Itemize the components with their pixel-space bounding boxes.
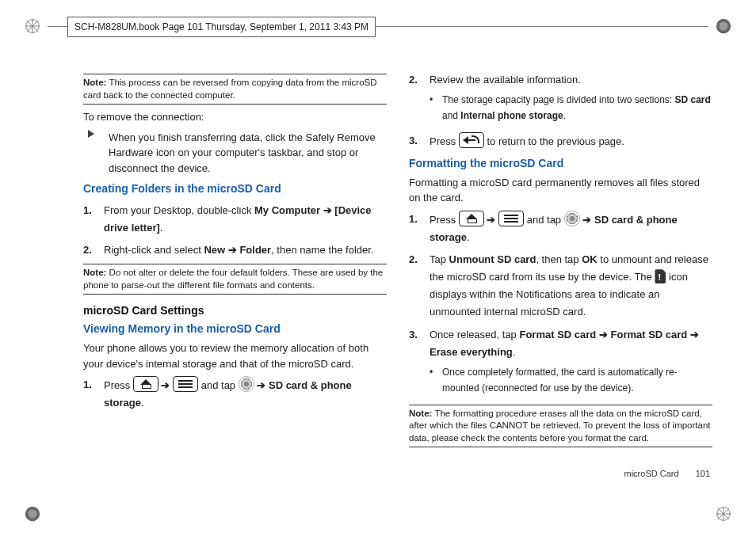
heading-creating-folders: Creating Folders in the microSD Card: [83, 181, 387, 197]
svg-point-6: [720, 22, 728, 31]
divider: [83, 294, 387, 295]
page-content: Note: This process can be reversed from …: [83, 71, 712, 485]
footer-section: microSD Card: [624, 469, 679, 478]
page-footer: microSD Card 101: [624, 467, 711, 481]
step-2-formatting: 2. Tap Unmount SD card, then tap OK to u…: [409, 251, 712, 321]
step-2-creating: 2. Right-click and select New ➔ Folder, …: [83, 241, 387, 259]
menu-key-icon: [173, 376, 198, 392]
step-2-viewing: 2. Review the available information. • T…: [409, 71, 712, 127]
svg-point-8: [29, 510, 37, 519]
corner-ornament-br: [715, 505, 732, 523]
corner-ornament-bl: [24, 505, 41, 523]
formatting-paragraph: Formatting a microSD card permanently re…: [409, 175, 712, 206]
step-3-viewing: 3. Press to return to the previous page.: [409, 132, 712, 150]
divider: [83, 104, 387, 105]
remove-connection-step: When you finish transferring data, click…: [88, 130, 387, 177]
divider: [83, 264, 387, 264]
heading-viewing-memory: Viewing Memory in the microSD Card: [83, 321, 387, 337]
step-3-formatting: 3. Once released, tap Format SD card ➔ F…: [409, 326, 712, 400]
corner-ornament-tr: [715, 17, 732, 35]
footer-page-number: 101: [696, 469, 710, 478]
home-key-icon: [459, 211, 484, 226]
triangle-bullet-icon: [88, 130, 94, 138]
back-key-icon: [459, 132, 484, 148]
step-1-formatting: 1. Press ➔ and tap ➔ SD card & phone sto…: [409, 211, 712, 246]
note-format-warning: Note: The formatting procedure erases al…: [409, 408, 712, 445]
menu-key-icon: [498, 211, 524, 226]
home-key-icon: [133, 376, 158, 392]
heading-microsd-settings: microSD Card Settings: [83, 302, 387, 319]
remove-connection-intro: To remove the connection:: [83, 109, 387, 125]
settings-gear-icon: [239, 376, 254, 392]
step-1-viewing: 1. Press ➔ and tap ➔ SD card & phone sto…: [83, 376, 387, 412]
note-default-folders: Note: Do not alter or delete the four de…: [83, 267, 387, 291]
viewing-memory-paragraph: Your phone allows you to review the memo…: [83, 340, 387, 371]
divider: [409, 405, 712, 405]
sd-card-warning-icon: [655, 269, 666, 283]
remove-step-text: When you finish transferring data, click…: [109, 130, 387, 177]
note-reverse-copy: Note: This process can be reversed from …: [83, 77, 387, 101]
settings-gear-icon: [564, 211, 580, 226]
corner-ornament-tl: [24, 17, 41, 35]
heading-formatting: Formatting the microSD Card: [409, 155, 712, 172]
header-filename: SCH-M828UM.book Page 101 Thursday, Septe…: [67, 17, 376, 37]
bullet-remount: • Once completely formatted, the card is…: [430, 364, 712, 397]
divider: [83, 74, 387, 74]
divider: [409, 447, 712, 447]
bullet-storage-sections: • The storage capacity page is divided i…: [430, 92, 712, 124]
step-1-creating: 1. From your Desktop, double-click My Co…: [83, 202, 387, 237]
